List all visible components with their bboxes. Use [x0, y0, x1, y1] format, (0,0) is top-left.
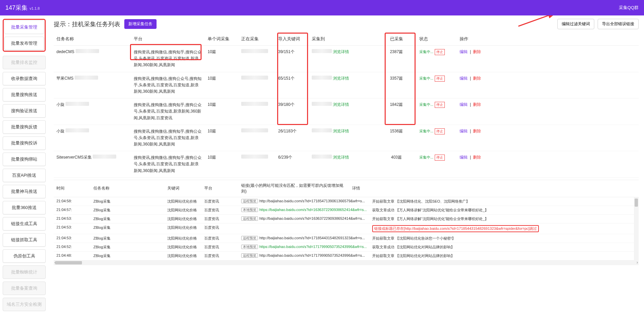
- add-task-button[interactable]: 新增采集任务: [124, 19, 157, 29]
- log-task: ZBlog采集: [91, 243, 165, 251]
- blurred-text: [93, 155, 116, 159]
- detail-link[interactable]: 浏览详情: [333, 49, 349, 54]
- stop-button[interactable]: 停止: [435, 76, 445, 82]
- tag-local[interactable]: 本地预览: [241, 245, 258, 249]
- stop-button[interactable]: 停止: [435, 49, 445, 55]
- log-scrollbar-horizontal[interactable]: [54, 260, 639, 265]
- log-url: http://baijiahao.baidu.com/s?id=17185471…: [259, 199, 365, 203]
- blurred-text: [66, 102, 89, 106]
- th-actions: 操作: [457, 33, 639, 46]
- log-keyword: 沈阳网站优化价格: [165, 251, 202, 260]
- log-platform: 百度资讯: [202, 251, 239, 260]
- sidebar-item-baidu-api[interactable]: 百度API推送: [3, 169, 46, 182]
- th-task-name: 任务名称: [54, 33, 131, 46]
- keywords-cell: 39/180个: [275, 98, 309, 125]
- log-detail: 获取文章成功 【沈阳网站优化对网站品牌的影响】: [372, 245, 455, 249]
- task-name: 小旋: [56, 102, 65, 107]
- edit-filter-button[interactable]: 编辑过滤关键词: [557, 19, 594, 29]
- keywords-cell: 65/151个: [275, 72, 309, 98]
- th-log-task: 任务名称: [91, 180, 165, 197]
- sidebar-item-sogou-complain[interactable]: 批量搜狗投诉: [3, 136, 46, 150]
- sidebar-item-spider-stats: 批量蜘蛛统计: [3, 265, 46, 279]
- task-name: dedeCMS: [56, 49, 74, 54]
- log-keyword: 沈阳网站优化价格: [165, 234, 202, 243]
- platform-cell: 搜狗资讯,搜狗微信,搜狗知乎,搜狗公众号,头条资讯,百度资讯,百度知道,新浪新闻…: [131, 46, 205, 72]
- table-row: SiteserverCMS采集 搜狗资讯,搜狗微信,搜狗知乎,搜狗公众号,头条资…: [54, 151, 639, 178]
- sidebar-item-rewrite[interactable]: 伪原创工具: [3, 249, 46, 263]
- log-keyword: 沈阳网站优化价格: [165, 214, 202, 223]
- th-log-platform: 平台: [202, 180, 239, 197]
- keywords-cell: 26/1183个: [275, 125, 309, 151]
- tag-remote[interactable]: 远程预览: [241, 216, 258, 221]
- log-task: ZBlog采集: [91, 206, 165, 214]
- keywords-cell: 39/151个: [275, 46, 309, 72]
- status-text: 采集中...: [419, 76, 433, 80]
- blurred-text: [312, 102, 332, 106]
- single-cell: 10篇: [205, 98, 239, 125]
- detail-link[interactable]: 浏览详情: [333, 102, 349, 107]
- sidebar-item-link-grab[interactable]: 链接抓取工具: [3, 233, 46, 247]
- tag-local[interactable]: 本地预览: [241, 208, 258, 212]
- sidebar-item-sogou-feedback[interactable]: 批量搜狗反馈: [3, 120, 46, 134]
- edit-link[interactable]: 编辑: [460, 155, 468, 160]
- delete-link[interactable]: 删除: [473, 49, 481, 54]
- th-running: 正在采集: [239, 33, 275, 46]
- log-row: 21:04:52:ZBlog采集沈阳网站优化价格百度资讯本地预览https://…: [54, 243, 639, 251]
- sidebar-item-publish-manage[interactable]: 批量发布管理: [4, 37, 44, 50]
- log-platform: 百度资讯: [202, 243, 239, 251]
- log-task: ZBlog采集: [91, 197, 165, 206]
- stop-button[interactable]: 停止: [435, 102, 445, 108]
- tag-remote[interactable]: 远程预览: [241, 236, 258, 240]
- sidebar-item-shenma-push[interactable]: 批量神马推送: [3, 185, 46, 198]
- sidebar: 批量采集管理 批量发布管理 批量排名监控 收录数据查询 批量搜狗推送 搜狗验证推…: [0, 15, 48, 334]
- single-cell: 10篇: [205, 72, 239, 98]
- log-url: https://baijiahao.baidu.com/s?id=1636372…: [259, 208, 367, 212]
- edit-link[interactable]: 编辑: [460, 102, 468, 107]
- stop-button[interactable]: 停止: [435, 155, 445, 161]
- blurred-text: [241, 155, 268, 159]
- delete-link[interactable]: 删除: [473, 76, 481, 81]
- log-row: 21:04:53:ZBlog采集沈阳网站优化价格百度资讯远程预览http://b…: [54, 214, 639, 223]
- task-name: 小旋: [56, 129, 65, 133]
- platform-cell: 搜狗资讯,搜狗微信,搜狗公众号,搜狗知乎,头条资讯,百度资讯,百度知道,新浪新闻…: [131, 72, 205, 98]
- edit-link[interactable]: 编辑: [460, 129, 468, 133]
- sidebar-highlight-box: 批量采集管理 批量发布管理: [3, 19, 46, 52]
- export-errors-button[interactable]: 导出全部错误链接: [598, 19, 639, 29]
- th-collected: 已采集: [376, 33, 417, 46]
- edit-link[interactable]: 编辑: [460, 76, 468, 81]
- edit-link[interactable]: 编辑: [460, 49, 468, 54]
- log-row: 21:04:58:ZBlog采集沈阳网站优化价格百度资讯远程预览http://b…: [54, 197, 639, 206]
- th-log-time: 时间: [54, 180, 91, 197]
- blurred-text: [241, 128, 268, 132]
- detail-link[interactable]: 浏览详情: [333, 129, 349, 133]
- delete-link[interactable]: 删除: [473, 155, 481, 160]
- status-text: 采集中...: [419, 50, 433, 54]
- header-qq-link[interactable]: 采集QQ群: [619, 5, 639, 11]
- sidebar-item-link-gen[interactable]: 链接生成工具: [3, 217, 46, 231]
- sidebar-item-sogou-bind[interactable]: 批量搜狗绑站: [3, 153, 46, 166]
- detail-link[interactable]: 浏览详情: [333, 155, 349, 160]
- log-detail: 开始获取文章 【沈阳网站优化告诉您一个小秘密!】: [372, 236, 456, 240]
- sidebar-item-sogou-push[interactable]: 批量搜狗推送: [3, 88, 46, 101]
- log-platform: 百度资讯: [202, 223, 239, 234]
- main-content: 提示：挂机采集任务列表 新增采集任务 编辑过滤关键词 导出全部错误链接 任务名称…: [48, 15, 644, 334]
- sidebar-item-360-push[interactable]: 批量360推送: [3, 201, 46, 214]
- sidebar-item-index-query[interactable]: 收录数据查询: [3, 72, 46, 85]
- log-keyword: 沈阳网站优化价格: [165, 197, 202, 206]
- th-status: 状态: [417, 33, 457, 46]
- collected-cell: 1536篇: [376, 125, 417, 151]
- delete-link[interactable]: 删除: [473, 102, 481, 107]
- tag-remote[interactable]: 远程预览: [241, 199, 258, 203]
- sidebar-item-collect-manage[interactable]: 批量采集管理: [4, 20, 44, 34]
- log-time: 21:04:53:: [54, 234, 91, 243]
- log-platform: 百度资讯: [202, 234, 239, 243]
- tag-remote[interactable]: 远程预览: [241, 253, 258, 258]
- delete-link[interactable]: 删除: [473, 129, 481, 133]
- log-scrollbar-vertical[interactable]: [634, 197, 639, 260]
- sidebar-item-sogou-verify[interactable]: 搜狗验证推送: [3, 104, 46, 118]
- log-detail: 开始获取文章 【万人网络讲解“沈阳网站优化”能给企业带来哪些好处_】: [372, 217, 489, 221]
- stop-button[interactable]: 停止: [435, 128, 445, 134]
- detail-link[interactable]: 浏览详情: [333, 76, 349, 81]
- app-header: 147采集 v1.1.8 采集QQ群: [0, 0, 644, 15]
- blurred-text: [66, 128, 89, 132]
